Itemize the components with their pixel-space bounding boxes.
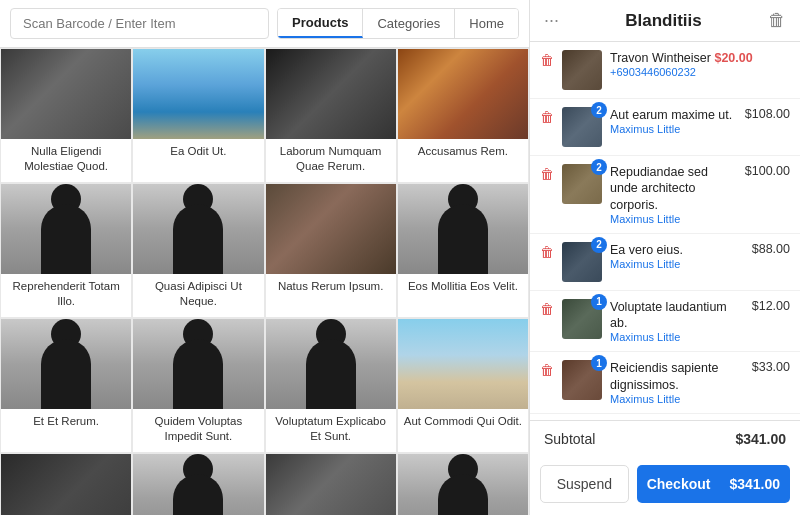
cart-item-price: $108.00 — [745, 107, 790, 121]
cart-item-image-wrapper: 2 — [562, 164, 602, 204]
cart-item-badge: 1 — [591, 355, 607, 371]
product-item[interactable]: Accusamus Rem. — [397, 48, 529, 183]
clear-cart-icon[interactable]: 🗑 — [768, 10, 786, 31]
product-item[interactable]: Natus Rerum Ipsum. — [265, 183, 397, 318]
cart-item-price: $100.00 — [745, 164, 790, 178]
cart-item-delete-icon[interactable]: 🗑 — [540, 360, 554, 378]
cart-item-delete-icon[interactable]: 🗑 — [540, 164, 554, 182]
product-item[interactable]: Eos Mollitia Eos Velit. — [397, 183, 529, 318]
cart-item-image-wrapper: 1 — [562, 299, 602, 339]
product-name: Aut Commodi Qui Odit. — [398, 409, 528, 437]
product-item[interactable]: Quasi Adipisci Ut Neque. — [132, 183, 264, 318]
cart-item-delete-icon[interactable]: 🗑 — [540, 50, 554, 68]
cart-item-vendor: Maximus Little — [610, 393, 744, 405]
cart-item-vendor: Maximus Little — [610, 258, 744, 270]
product-name: Laborum Numquam Quae Rerum. — [266, 139, 396, 182]
cart-item-name: Ea vero eius. — [610, 242, 744, 258]
product-name: Eos Mollitia Eos Velit. — [398, 274, 528, 302]
product-name: Et Et Rerum. — [1, 409, 131, 437]
cart-item: 🗑2Ea vero eius.Maximus Little$88.00 — [530, 234, 800, 291]
product-item[interactable]: Item 15 — [265, 453, 397, 515]
product-name: Voluptatum Explicabo Et Sunt. — [266, 409, 396, 452]
cart-item-price: $12.00 — [752, 299, 790, 313]
cart-item: 🗑2Repudiandae sed unde architecto corpor… — [530, 156, 800, 234]
cart-item-info: Travon Wintheiser $20.00+6903446060232 — [610, 50, 790, 78]
products-grid: Nulla Eligendi Molestiae Quod.Ea Odit Ut… — [0, 48, 529, 515]
cart-item: 🗑Travon Wintheiser $20.00+6903446060232 — [530, 42, 800, 99]
product-item[interactable]: Item 14 — [132, 453, 264, 515]
action-row: Suspend Checkout $341.00 — [530, 457, 800, 515]
product-name: Ea Odit Ut. — [133, 139, 263, 167]
search-input[interactable] — [10, 8, 269, 39]
right-panel: ··· Blanditiis 🗑 🗑Travon Wintheiser $20.… — [530, 0, 800, 515]
cart-title: Blanditiis — [625, 11, 702, 31]
cart-item-image — [562, 50, 602, 90]
subtotal-row: Subtotal $341.00 — [530, 421, 800, 457]
product-item[interactable]: Voluptatum Explicabo Et Sunt. — [265, 318, 397, 453]
product-item[interactable]: Ea Odit Ut. — [132, 48, 264, 183]
cart-item-info: Aut earum maxime ut.Maximus Little — [610, 107, 737, 135]
cart-item-name: Voluptate laudantium ab. — [610, 299, 744, 332]
subtotal-amount: $341.00 — [735, 431, 786, 447]
product-name: Accusamus Rem. — [398, 139, 528, 167]
product-name: Quidem Voluptas Impedit Sunt. — [133, 409, 263, 452]
product-item[interactable]: Laborum Numquam Quae Rerum. — [265, 48, 397, 183]
product-item[interactable]: Quidem Voluptas Impedit Sunt. — [132, 318, 264, 453]
checkout-button[interactable]: Checkout $341.00 — [637, 465, 790, 503]
top-bar: Products Categories Home — [0, 0, 529, 48]
cart-item: 🗑2Aut earum maxime ut.Maximus Little$108… — [530, 99, 800, 156]
cart-header: ··· Blanditiis 🗑 — [530, 0, 800, 42]
cart-item-info: Voluptate laudantium ab.Maximus Little — [610, 299, 744, 344]
cart-item-delete-icon[interactable]: 🗑 — [540, 242, 554, 260]
cart-item-image-wrapper: 2 — [562, 107, 602, 147]
cart-item-delete-icon[interactable]: 🗑 — [540, 107, 554, 125]
cart-item-price: $88.00 — [752, 242, 790, 256]
product-item[interactable]: Reprehenderit Totam Illo. — [0, 183, 132, 318]
left-panel: Products Categories Home Nulla Eligendi … — [0, 0, 530, 515]
checkout-label: Checkout — [647, 476, 711, 492]
cart-item-info: Reiciendis sapiente dignissimos.Maximus … — [610, 360, 744, 405]
cart-item-name: Repudiandae sed unde architecto corporis… — [610, 164, 737, 213]
cart-item-badge: 2 — [591, 102, 607, 118]
cart-item-vendor: Maximus Little — [610, 123, 737, 135]
cart-item-name: Reiciendis sapiente dignissimos. — [610, 360, 744, 393]
cart-item-info: Repudiandae sed unde architecto corporis… — [610, 164, 737, 225]
product-item[interactable]: Aut Commodi Qui Odit. — [397, 318, 529, 453]
cart-item-inline-price: $20.00 — [714, 51, 752, 65]
cart-item-delete-icon[interactable]: 🗑 — [540, 299, 554, 317]
suspend-button[interactable]: Suspend — [540, 465, 629, 503]
cart-item-image-wrapper — [562, 50, 602, 90]
cart-items-list: 🗑Travon Wintheiser $20.00+6903446060232🗑… — [530, 42, 800, 420]
cart-item-price: $33.00 — [752, 360, 790, 374]
cart-item-name: Travon Wintheiser $20.00 — [610, 50, 790, 66]
cart-item: 🗑1Reiciendis sapiente dignissimos.Maximu… — [530, 352, 800, 414]
subtotal-label: Subtotal — [544, 431, 595, 447]
more-options-icon[interactable]: ··· — [544, 10, 559, 31]
tab-products[interactable]: Products — [278, 9, 363, 38]
cart-item-info: Ea vero eius.Maximus Little — [610, 242, 744, 270]
cart-item-badge: 1 — [591, 294, 607, 310]
product-name: Reprehenderit Totam Illo. — [1, 274, 131, 317]
cart-item: 🗑1Voluptate laudantium ab.Maximus Little… — [530, 291, 800, 353]
cart-item-badge: 2 — [591, 159, 607, 175]
product-item[interactable]: Item 13 — [0, 453, 132, 515]
product-item[interactable]: Nulla Eligendi Molestiae Quod. — [0, 48, 132, 183]
tab-group: Products Categories Home — [277, 8, 519, 39]
cart-item-phone: +6903446060232 — [610, 66, 790, 78]
product-name: Nulla Eligendi Molestiae Quod. — [1, 139, 131, 182]
product-name: Natus Rerum Ipsum. — [266, 274, 396, 302]
product-item[interactable]: Item 16 — [397, 453, 529, 515]
product-item[interactable]: Et Et Rerum. — [0, 318, 132, 453]
cart-item-vendor: Maximus Little — [610, 331, 744, 343]
cart-item-image-wrapper: 1 — [562, 360, 602, 400]
cart-item-name: Aut earum maxime ut. — [610, 107, 737, 123]
product-name: Quasi Adipisci Ut Neque. — [133, 274, 263, 317]
tab-categories[interactable]: Categories — [363, 9, 455, 38]
cart-footer: Subtotal $341.00 Suspend Checkout $341.0… — [530, 420, 800, 515]
checkout-amount: $341.00 — [729, 476, 780, 492]
cart-item-badge: 2 — [591, 237, 607, 253]
cart-item-image-wrapper: 2 — [562, 242, 602, 282]
cart-item-vendor: Maximus Little — [610, 213, 737, 225]
tab-home[interactable]: Home — [455, 9, 518, 38]
